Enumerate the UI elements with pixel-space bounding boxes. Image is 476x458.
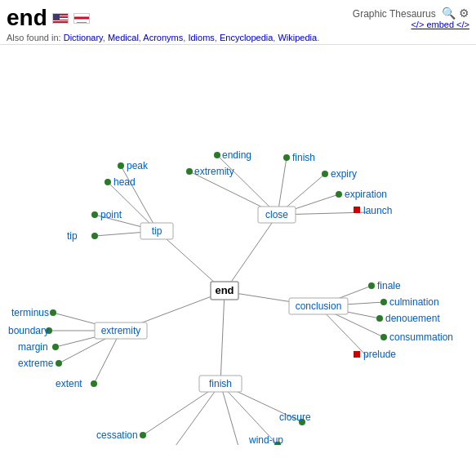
- svg-line-27: [220, 384, 241, 445]
- leaf-peak[interactable]: peak: [127, 160, 149, 171]
- flag-us-icon[interactable]: [52, 13, 69, 24]
- svg-point-56: [140, 432, 146, 438]
- leaf-denouement[interactable]: denouement: [385, 313, 440, 324]
- svg-line-1: [225, 215, 278, 291]
- leaf-wind-up[interactable]: wind-up: [248, 434, 283, 445]
- svg-point-46: [368, 282, 375, 289]
- source-medical[interactable]: Medical: [108, 33, 139, 42]
- source-idioms[interactable]: Idioms: [188, 33, 214, 42]
- thesaurus-graph: end tip close extremity conclusion finis…: [0, 45, 476, 445]
- svg-point-41: [214, 152, 220, 158]
- svg-line-26: [171, 384, 220, 445]
- leaf-extremity-top[interactable]: extremity: [194, 166, 234, 177]
- center-node-end[interactable]: end: [215, 284, 234, 296]
- leaf-cessation[interactable]: cessation: [96, 429, 138, 441]
- svg-point-48: [376, 315, 383, 322]
- leaf-expiry[interactable]: expiry: [331, 168, 357, 180]
- node-extremity[interactable]: extremity: [101, 325, 141, 336]
- leaf-ending[interactable]: ending: [222, 149, 251, 161]
- svg-point-39: [91, 233, 98, 239]
- svg-rect-50: [354, 351, 360, 358]
- source-dictionary[interactable]: Dictionary: [64, 33, 103, 42]
- svg-point-49: [380, 334, 387, 340]
- svg-rect-45: [354, 207, 360, 213]
- graph-container: end tip close extremity conclusion finis…: [0, 45, 476, 445]
- leaf-culmination[interactable]: culmination: [389, 296, 439, 308]
- leaf-head[interactable]: head: [113, 176, 136, 188]
- leaf-closure[interactable]: closure: [279, 411, 311, 423]
- source-wikipedia[interactable]: Wikipedia: [278, 33, 317, 42]
- svg-point-40: [186, 168, 193, 175]
- svg-point-36: [118, 162, 124, 169]
- source-encyclopedia[interactable]: Encyclopedia: [220, 33, 273, 42]
- svg-line-4: [220, 291, 225, 384]
- svg-line-5: [121, 166, 158, 231]
- node-finish[interactable]: finish: [209, 378, 232, 389]
- leaf-extreme[interactable]: extreme: [18, 358, 54, 369]
- graphic-thesaurus-label: Graphic Thesaurus: [353, 8, 436, 20]
- settings-icon[interactable]: ⚙: [459, 7, 469, 20]
- svg-point-37: [105, 179, 111, 185]
- leaf-finale[interactable]: finale: [377, 280, 401, 291]
- leaf-tip[interactable]: tip: [67, 230, 78, 242]
- svg-line-10: [217, 155, 278, 215]
- source-acronyms[interactable]: Acronyms: [143, 33, 183, 42]
- svg-point-44: [336, 191, 342, 198]
- node-conclusion[interactable]: conclusion: [296, 300, 342, 312]
- svg-point-38: [91, 211, 98, 218]
- svg-point-53: [52, 344, 59, 350]
- leaf-prelude[interactable]: prelude: [363, 349, 396, 360]
- node-tip[interactable]: tip: [152, 225, 162, 237]
- leaf-consummation[interactable]: consummation: [389, 331, 453, 343]
- leaf-extent[interactable]: extent: [56, 378, 82, 389]
- svg-point-47: [380, 299, 387, 305]
- flag-uk-icon[interactable]: [73, 13, 90, 24]
- svg-point-42: [283, 154, 290, 161]
- leaf-finish-top[interactable]: finish: [292, 152, 315, 163]
- also-found-bar: Also found in: Dictionary, Medical, Acro…: [7, 33, 469, 42]
- leaf-boundary[interactable]: boundary: [8, 325, 49, 336]
- top-right-panel: Graphic Thesaurus 🔍 ⚙ </> embed </>: [353, 7, 469, 29]
- leaf-expiration[interactable]: expiration: [345, 189, 387, 200]
- page-title: end: [7, 5, 47, 31]
- svg-point-55: [91, 380, 97, 387]
- leaf-margin[interactable]: margin: [18, 341, 48, 353]
- node-close[interactable]: close: [265, 209, 288, 220]
- embed-link[interactable]: </> embed </>: [353, 20, 469, 29]
- leaf-terminus[interactable]: terminus: [11, 307, 49, 318]
- leaf-point[interactable]: point: [100, 209, 122, 220]
- svg-point-43: [322, 171, 328, 177]
- search-icon[interactable]: 🔍: [442, 7, 456, 20]
- leaf-launch[interactable]: launch: [363, 205, 392, 216]
- svg-point-54: [56, 360, 62, 367]
- svg-point-51: [50, 309, 56, 316]
